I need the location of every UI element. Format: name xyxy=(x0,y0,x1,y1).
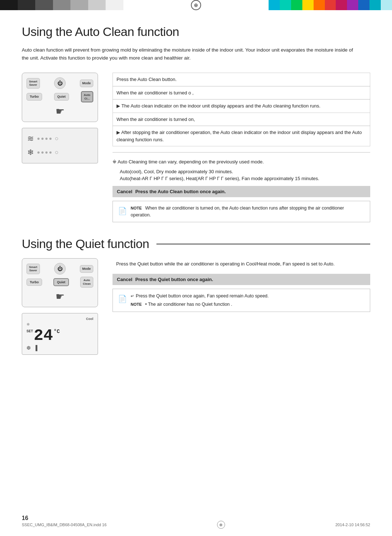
bullet2-text: After stopping the air conditioner opera… xyxy=(117,130,362,142)
dot5 xyxy=(37,151,40,154)
swatch-white xyxy=(106,0,123,10)
dot1 xyxy=(37,138,40,140)
auto-clean-btn: AutoCl... xyxy=(81,91,93,102)
quiet-left-col: SmartSaver ⏻ Mode Turbo Quiet AutoClean … xyxy=(22,258,102,354)
note-box-content-2: ↵ Press the Quiet button once again, Fan… xyxy=(131,293,269,308)
note-box-2: 📄 ↵ Press the Quiet button once again, F… xyxy=(113,289,370,312)
table-row-bullet1: ▶ The Auto clean indicator on the indoor… xyxy=(113,100,370,113)
remote-illustration-1: SmartSaver ⏻ Mode Turbo Quiet AutoCl... … xyxy=(22,73,98,122)
note-box-content: NOTE When the air conditioner is turned … xyxy=(131,205,365,219)
auto-heat-text: Auto(heat-AR Γ HP Γ Γ series), Heat(AR Γ… xyxy=(113,175,370,182)
swatch-gray1 xyxy=(35,0,53,10)
note-doc-icon-2: 📄 xyxy=(118,293,127,308)
finger-icon-2: ☛ xyxy=(26,291,93,302)
page-footer: SSEC_UMG_IB&IM_DB68-04508A_EN.indd 16 ⊕ … xyxy=(0,521,392,529)
swatch-gray2 xyxy=(53,0,71,10)
press-label: Press the Auto Clean button. xyxy=(113,73,370,86)
mode-btn-2: Mode xyxy=(80,265,94,273)
table-row-bullet2: ▶ After stopping the air conditioner ope… xyxy=(113,126,370,146)
section1-title: Using the Auto Clean function xyxy=(22,25,370,39)
compass-icon-bottom: ⊕ xyxy=(217,521,225,529)
when-off-label: When the air conditioner is turned o , xyxy=(113,86,370,100)
turbo-btn: Turbo xyxy=(26,93,42,101)
snowflake-icon: ❄ xyxy=(27,148,34,157)
display-cool-label: Cool xyxy=(26,317,93,321)
snowflake-small: ❄ xyxy=(26,322,93,327)
temp-number: 24 xyxy=(34,328,53,344)
arrow-bullet-1: ▶ xyxy=(117,103,121,109)
cancel-desc-2: Press the Quiet button once again. xyxy=(135,277,213,282)
dot-circle-1 xyxy=(55,137,58,140)
page-number: 16 xyxy=(22,515,28,521)
swatch-pink xyxy=(336,0,347,10)
section1-intro: Auto clean function will prevent from gr… xyxy=(22,46,356,62)
power-btn-2: ⏻ xyxy=(54,263,66,275)
panel-illustration: ≋ ❄ xyxy=(22,128,98,163)
note-box-1: 📄 NOTE When the air conditioner is turne… xyxy=(113,201,370,223)
page-content: Using the Auto Clean function Auto clean… xyxy=(0,10,392,384)
note-box-text-1: When the air conditioner is turned on, t… xyxy=(131,206,344,218)
note-line2-row: NOTE • The air conditioner has no Quiet … xyxy=(131,301,269,308)
swatch-lightblue xyxy=(369,0,381,10)
footer-right: 2014-2-10 14:56:52 xyxy=(335,523,370,527)
display-temperature: SET 24 °C xyxy=(26,328,93,344)
instructions-table: Press the Auto Clean button. When the ai… xyxy=(113,73,370,146)
display-icons-row: ❆ ▐ xyxy=(26,345,93,351)
divider-line xyxy=(156,244,370,244)
arrow-bullet-2: ▶ xyxy=(117,130,121,135)
auto-clean-content-row: SmartSaver ⏻ Mode Turbo Quiet AutoCl... … xyxy=(22,73,370,222)
note-sym: ※ xyxy=(113,159,118,165)
cancel-label-2: Cancel xyxy=(117,277,132,282)
panel-row-1: ≋ xyxy=(27,132,93,146)
auto-clean-right-col: Press the Auto Clean button. When the ai… xyxy=(113,73,370,222)
turbo-btn-2: Turbo xyxy=(26,279,42,286)
compass-icon-top: ⊕ xyxy=(191,0,201,10)
panel-row-2: ❄ xyxy=(27,146,93,159)
swatch-orange xyxy=(314,0,325,10)
quiet-btn: Quiet xyxy=(54,93,69,101)
right-color-swatches xyxy=(269,0,392,10)
quiet-right-col: Press the Quiet button while the air con… xyxy=(113,258,370,354)
cancel-row-1: Cancel Press the Auto Clean button once … xyxy=(113,186,370,197)
remote-illustration-2: SmartSaver ⏻ Mode Turbo Quiet AutoClean … xyxy=(22,258,98,307)
swatch-red xyxy=(325,0,336,10)
dot6 xyxy=(41,151,44,154)
swatch-paleblue xyxy=(381,0,392,10)
table-row-when-on: When the air conditioner is turned on, xyxy=(113,113,370,126)
swatch-green xyxy=(291,0,302,10)
note-bullet: • xyxy=(145,302,148,307)
note-line1: ↵ Press the Quiet button once again, Fan… xyxy=(131,293,269,300)
set-label: SET xyxy=(26,330,33,333)
auto-clean-btn-2: AutoClean xyxy=(80,277,93,287)
finger-icon-1: ☛ xyxy=(26,105,93,117)
section2-title: Using the Quiet function xyxy=(22,237,149,251)
table-row-when-off: When the air conditioner is turned o , xyxy=(113,86,370,100)
bullet-sym: ↵ xyxy=(131,294,135,298)
dot4 xyxy=(49,138,52,140)
swatch-cyan xyxy=(269,0,280,10)
note-line2: The air conditioner has no Quiet functio… xyxy=(148,302,232,307)
dot8 xyxy=(49,151,52,154)
top-bar-center: ⊕ xyxy=(123,0,269,10)
separator-1 xyxy=(113,152,370,153)
cancel-desc-1: Press the Auto Clean button once again. xyxy=(135,189,226,194)
smart-saver-btn: SmartSaver xyxy=(26,78,40,89)
bar-icon: ▐ xyxy=(34,345,37,351)
fan-icon: ≋ xyxy=(27,134,34,143)
dot2 xyxy=(41,138,44,140)
bullet1-text: The Auto clean indicator on the indoor u… xyxy=(121,103,320,109)
swatch-blue xyxy=(358,0,369,10)
smart-saver-btn-2: SmartSaver xyxy=(26,264,40,274)
note-doc-icon: 📄 xyxy=(118,206,127,219)
auto-clean-left-col: SmartSaver ⏻ Mode Turbo Quiet AutoCl... … xyxy=(22,73,102,222)
cancel-row-2: Cancel Press the Quiet button once again… xyxy=(113,274,370,285)
display-box: Cool ❄ SET 24 °C ❆ ▐ xyxy=(22,313,98,355)
dots-1 xyxy=(37,138,52,140)
degree-symbol: °C xyxy=(54,329,60,334)
swatch-purple xyxy=(347,0,358,10)
footer-left: SSEC_UMG_IB&IM_DB68-04508A_EN.indd 16 xyxy=(22,523,107,527)
swatch-dark xyxy=(18,0,36,10)
swatch-gray3 xyxy=(70,0,88,10)
dot3 xyxy=(45,138,48,140)
swatch-teal xyxy=(280,0,291,10)
